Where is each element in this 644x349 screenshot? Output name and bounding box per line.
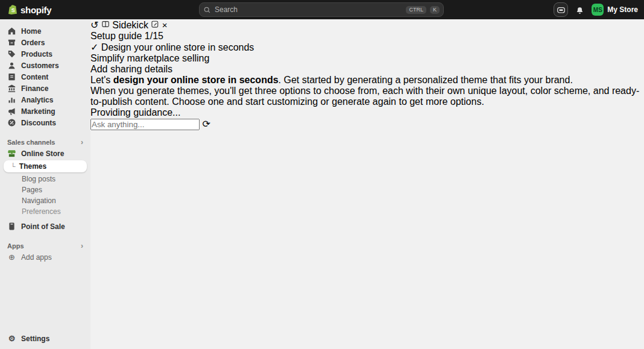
customers-icon bbox=[7, 61, 16, 70]
sidebar-item-content[interactable]: Content bbox=[4, 71, 87, 83]
message-text: Let's bbox=[90, 75, 113, 85]
sidekick-robot-icon bbox=[557, 5, 566, 14]
global-search[interactable]: CTRL K bbox=[199, 2, 444, 17]
sidekick-status: Providing guidance... bbox=[90, 107, 644, 118]
shortcut-k-key: K bbox=[430, 6, 440, 14]
notifications-bell-icon[interactable] bbox=[575, 5, 584, 14]
orders-icon bbox=[7, 38, 16, 47]
sidekick-message: Let's design your online store in second… bbox=[90, 75, 644, 107]
home-icon bbox=[7, 27, 16, 36]
message-text: . Get started by generating a personaliz… bbox=[279, 75, 573, 85]
sidebar-item-online-store[interactable]: Online Store bbox=[4, 148, 87, 159]
compose-icon[interactable] bbox=[151, 20, 162, 30]
store-name: My Store bbox=[607, 5, 638, 14]
branch-arrow-icon: └ bbox=[11, 163, 16, 170]
apps-header[interactable]: Apps › bbox=[4, 241, 87, 251]
point-of-sale-icon bbox=[7, 222, 16, 231]
setup-task-sharing[interactable]: Add sharing details bbox=[90, 64, 644, 75]
setup-task-marketplace[interactable]: Simplify marketplace selling bbox=[90, 53, 644, 64]
sidebar-item-discounts[interactable]: Discounts bbox=[4, 117, 87, 128]
analytics-bars-icon bbox=[7, 95, 16, 104]
sidebar-item-orders[interactable]: Orders bbox=[4, 37, 87, 48]
topbar: S shopify CTRL K MS My Store bbox=[0, 0, 644, 19]
sidebar-item-marketing[interactable]: Marketing bbox=[4, 105, 87, 117]
settings-gear-icon: ⚙ bbox=[7, 334, 16, 343]
sidekick-header: ↺ Sidekick × bbox=[90, 19, 644, 31]
sidebar-item-label: Add apps bbox=[21, 253, 52, 262]
search-input[interactable] bbox=[215, 5, 402, 14]
sidekick-status-text[interactable]: Providing guidance... bbox=[90, 107, 180, 118]
task-label: Add sharing details bbox=[90, 64, 172, 74]
add-apps-plus-icon: ⊕ bbox=[7, 253, 16, 262]
shopify-bag-icon: S bbox=[7, 4, 18, 15]
sidebar-item-analytics[interactable]: Analytics bbox=[4, 94, 87, 105]
message-bold-text: design your online store in seconds bbox=[113, 75, 279, 85]
grammar-extension-icon[interactable]: ⟳ bbox=[202, 119, 210, 129]
sidebar-item-label: Navigation bbox=[22, 197, 56, 205]
sidebar-item-label: Themes bbox=[19, 162, 46, 171]
sidebar-item-finance[interactable]: Finance bbox=[4, 83, 87, 94]
ask-anything-input[interactable] bbox=[90, 119, 200, 130]
sidebar-item-label: Settings bbox=[21, 335, 49, 343]
sidekick-panel: ↺ Sidekick × Setup guide 1/15 ✓ D bbox=[90, 19, 644, 349]
sidekick-title: Sidekick bbox=[112, 20, 148, 30]
setup-guide-title: Setup guide bbox=[90, 31, 142, 41]
message-text: When you generate themes, you'll get thr… bbox=[90, 86, 644, 107]
sidebar-item-label: Finance bbox=[21, 84, 48, 93]
sidebar: Home Orders Products Customers Content F… bbox=[0, 19, 90, 349]
sidebar-item-label: Preferences bbox=[22, 207, 61, 216]
setup-task-design-store[interactable]: ✓ Design your online store in seconds bbox=[90, 42, 644, 53]
discounts-icon bbox=[7, 118, 16, 127]
search-icon bbox=[203, 6, 211, 14]
sidebar-item-label: Orders bbox=[21, 39, 45, 47]
history-icon[interactable]: ↺ bbox=[90, 20, 98, 30]
sidebar-item-label: Home bbox=[21, 27, 41, 36]
finance-bank-icon bbox=[7, 84, 16, 93]
shopify-admin: S shopify CTRL K MS My Store Home bbox=[0, 0, 644, 349]
sidebar-item-label: Content bbox=[21, 73, 48, 81]
sales-channels-label: Sales channels bbox=[7, 139, 55, 146]
task-label: Simplify marketplace selling bbox=[90, 53, 209, 63]
sidebar-item-themes[interactable]: └ Themes bbox=[4, 160, 87, 172]
sidebar-item-blog-posts[interactable]: Blog posts bbox=[4, 174, 87, 184]
apps-label: Apps bbox=[7, 242, 24, 250]
chevron-right-icon: › bbox=[81, 242, 83, 250]
task-completed-icon: ✓ bbox=[90, 42, 98, 52]
shopify-wordmark: shopify bbox=[21, 5, 51, 15]
svg-text:S: S bbox=[11, 7, 15, 13]
content-icon bbox=[7, 72, 16, 81]
sidebar-item-add-apps[interactable]: ⊕ Add apps bbox=[4, 251, 87, 263]
sidebar-item-point-of-sale[interactable]: Point of Sale bbox=[4, 221, 87, 232]
sidebar-item-label: Pages bbox=[22, 186, 42, 194]
sales-channels-header[interactable]: Sales channels › bbox=[4, 137, 87, 148]
shopify-logo[interactable]: S shopify bbox=[0, 4, 51, 15]
sidebar-item-pages[interactable]: Pages bbox=[4, 184, 87, 195]
topbar-actions: MS My Store bbox=[554, 0, 638, 19]
sidebar-item-label: Point of Sale bbox=[21, 222, 65, 231]
sidebar-item-label: Products bbox=[21, 50, 52, 58]
sidebar-item-label: Discounts bbox=[21, 119, 56, 127]
shortcut-ctrl-key: CTRL bbox=[406, 6, 426, 14]
sidebar-item-products[interactable]: Products bbox=[4, 48, 87, 60]
sidekick-toggle-button[interactable] bbox=[554, 2, 568, 17]
storefront-icon bbox=[7, 149, 16, 158]
close-icon[interactable]: × bbox=[162, 20, 168, 30]
sidebar-item-label: Marketing bbox=[21, 107, 55, 116]
sidekick-input-bar: ⟳ bbox=[90, 118, 644, 130]
sidebar-item-preferences[interactable]: Preferences bbox=[4, 206, 87, 217]
chevron-right-icon: › bbox=[81, 138, 83, 146]
setup-guide-card[interactable]: Setup guide 1/15 ✓ Design your online st… bbox=[90, 31, 644, 75]
sidebar-item-label: Analytics bbox=[21, 96, 53, 104]
sidebar-item-label: Customers bbox=[21, 61, 59, 70]
sidebar-item-settings[interactable]: ⚙ Settings bbox=[4, 333, 87, 344]
sidebar-item-navigation[interactable]: Navigation bbox=[4, 195, 87, 206]
sidebar-item-home[interactable]: Home bbox=[4, 25, 87, 37]
sidebar-item-customers[interactable]: Customers bbox=[4, 60, 87, 71]
sidebar-item-label: Blog posts bbox=[22, 175, 55, 183]
marketing-megaphone-icon bbox=[7, 107, 16, 116]
sidebar-item-label: Online Store bbox=[21, 149, 64, 158]
panel-layout-icon[interactable] bbox=[101, 20, 112, 30]
sidekick-message-text: Let's design your online store in second… bbox=[90, 75, 644, 107]
store-menu[interactable]: MS My Store bbox=[592, 4, 638, 16]
store-avatar: MS bbox=[592, 4, 604, 16]
